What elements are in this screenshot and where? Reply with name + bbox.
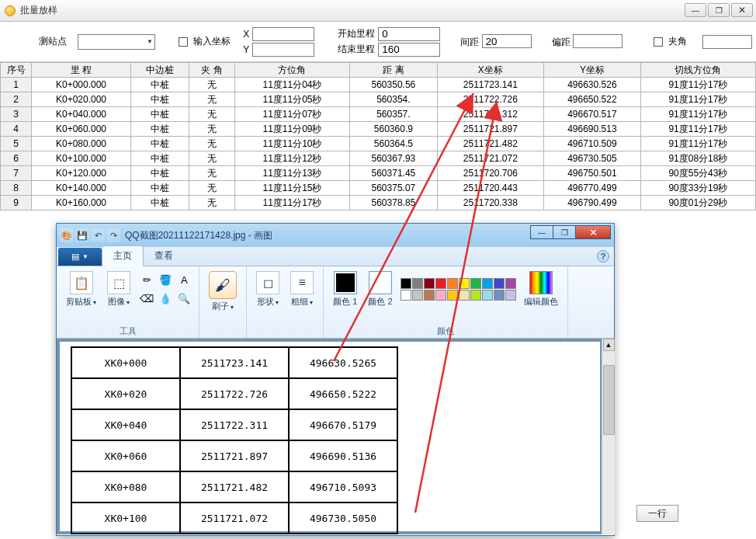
thickness-button[interactable]: ≡ 粗细 (287, 270, 317, 309)
cell: 2511722.312 (437, 107, 543, 122)
color-swatch[interactable] (435, 290, 446, 301)
color-swatch[interactable] (447, 290, 458, 301)
color-swatch[interactable] (401, 278, 411, 289)
cell: 90度55分43秒 (640, 166, 755, 181)
station-dropdown[interactable] (78, 34, 155, 50)
undo-icon[interactable]: ↶ (91, 228, 105, 242)
table-row[interactable]: 8K0+140.000中桩无11度11分15秒560375.072511720.… (1, 181, 756, 196)
column-header[interactable]: Y坐标 (543, 63, 640, 78)
scroll-thumb[interactable] (603, 365, 615, 435)
inner-image-table: XK0+0002511723.141496630.5265XK0+0202511… (71, 346, 398, 534)
cell: 中桩 (130, 107, 189, 122)
paint-maximize-button[interactable]: ❐ (553, 225, 576, 239)
cell: 中桩 (130, 122, 189, 137)
pencil-icon[interactable]: ✏ (138, 272, 155, 289)
scroll-up-icon[interactable]: ▲ (603, 339, 615, 351)
color-swatch[interactable] (424, 290, 435, 301)
column-header[interactable]: 里 程 (32, 63, 131, 78)
spacing-input[interactable] (482, 34, 532, 48)
table-row[interactable]: 7K0+120.000中桩无11度11分13秒560371.452511720.… (1, 166, 756, 181)
color-swatch[interactable] (447, 278, 458, 289)
column-header[interactable]: 切线方位角 (640, 63, 755, 78)
clipboard-button[interactable]: 📋 剪贴板 (63, 270, 99, 309)
paint-minimize-button[interactable]: — (530, 225, 553, 239)
table-row[interactable]: 2K0+020.000中桩无11度11分05秒560354.2511722.72… (1, 92, 756, 107)
cell: 560360.9 (350, 122, 438, 137)
color-swatch[interactable] (424, 278, 435, 289)
color-swatch[interactable] (505, 290, 516, 301)
y-input[interactable] (252, 43, 314, 57)
color-swatch[interactable] (470, 278, 481, 289)
color-swatch[interactable] (459, 290, 470, 301)
text-icon[interactable]: A (175, 272, 192, 289)
input-coord-checkbox[interactable] (179, 37, 188, 47)
cell: 4 (1, 122, 32, 137)
paint-canvas-area: XK0+0002511723.141496630.5265XK0+0202511… (57, 339, 614, 534)
table-row[interactable]: 3K0+040.000中桩无11度11分07秒560357.2511722.31… (1, 107, 756, 122)
include-angle-input[interactable] (702, 35, 752, 49)
color-swatch[interactable] (482, 278, 493, 289)
cell: 无 (189, 78, 234, 92)
color-swatch[interactable] (412, 290, 423, 301)
shapes-button[interactable]: ◻ 形状 (253, 270, 283, 309)
end-mileage-input[interactable] (378, 43, 440, 57)
column-header[interactable]: 夹 角 (189, 63, 234, 78)
table-row[interactable]: 4K0+060.000中桩无11度11分09秒560360.92511721.8… (1, 122, 756, 137)
canvas[interactable]: XK0+0002511723.141496630.5265XK0+0202511… (60, 342, 600, 531)
cell: 无 (189, 137, 234, 151)
column-header[interactable]: 距 离 (350, 63, 438, 78)
color-swatch[interactable] (470, 290, 481, 301)
paint-close-button[interactable]: ✕ (575, 225, 611, 239)
zoom-icon[interactable]: 🔍 (175, 290, 192, 308)
color-swatch[interactable] (459, 278, 470, 289)
table-row[interactable]: 1K0+000.000中桩无11度11分04秒560350.562511723.… (1, 78, 756, 92)
x-input[interactable] (252, 27, 314, 41)
color2-button[interactable]: 颜色 2 (365, 270, 395, 309)
image-button[interactable]: ⬚ 图像 (104, 270, 134, 309)
cell: 496710.509 (543, 137, 640, 151)
fill-icon[interactable]: 🪣 (157, 272, 174, 289)
window-buttons: — ❐ ✕ (685, 3, 753, 17)
cell: 中桩 (130, 196, 189, 210)
color-swatch[interactable] (505, 278, 516, 289)
color-swatch[interactable] (494, 290, 505, 301)
table-row[interactable]: 6K0+100.000中桩无11度11分12秒560367.932511721.… (1, 151, 756, 166)
picker-icon[interactable]: 💧 (157, 290, 174, 308)
minimize-button[interactable]: — (685, 3, 706, 17)
table-row[interactable]: 5K0+080.000中桩无11度11分10秒560364.52511721.4… (1, 137, 756, 151)
help-icon[interactable]: ? (597, 250, 609, 263)
color-swatch[interactable] (482, 290, 493, 301)
offset-input[interactable] (573, 34, 622, 48)
cell: 2511720.443 (437, 181, 543, 196)
column-header[interactable]: 序号 (1, 63, 32, 78)
edit-colors-button[interactable]: 编辑颜色 (521, 270, 561, 309)
paint-vertical-scrollbar[interactable]: ▲ (602, 339, 615, 534)
column-header[interactable]: 中边桩 (130, 63, 189, 78)
close-button[interactable]: ✕ (731, 3, 753, 17)
color1-button[interactable]: 颜色 1 (330, 270, 360, 309)
cell: 2 (1, 92, 32, 107)
column-header[interactable]: 方位角 (234, 63, 349, 78)
color-swatch[interactable] (494, 278, 505, 289)
file-menu[interactable]: ▤ (58, 248, 102, 266)
tab-view[interactable]: 查看 (144, 246, 184, 266)
brush-button[interactable]: 🖌 刷子 (206, 270, 240, 314)
cell: 91度11分17秒 (640, 122, 755, 137)
paint-window: 🎨 💾 ↶ ↷ QQ截图20211122171428.jpg - 画图 — ❐ … (56, 223, 615, 536)
redo-icon[interactable]: ↷ (106, 228, 120, 242)
color-swatch[interactable] (401, 290, 411, 301)
one-row-button[interactable]: 一行 (636, 505, 678, 522)
table-row[interactable]: 9K0+160.000中桩无11度11分17秒560378.852511720.… (1, 196, 756, 210)
tab-home[interactable]: 主页 (102, 245, 144, 266)
include-angle-checkbox[interactable] (654, 37, 663, 47)
color-swatch[interactable] (412, 278, 423, 289)
eraser-icon[interactable]: ⌫ (138, 290, 155, 308)
color-swatch[interactable] (435, 278, 446, 289)
save-icon[interactable]: 💾 (75, 228, 89, 242)
cell: 11度11分09秒 (234, 122, 349, 137)
start-mileage-input[interactable] (378, 27, 440, 41)
maximize-button[interactable]: ❐ (708, 3, 730, 17)
column-header[interactable]: X坐标 (437, 63, 543, 78)
cell: 560375.07 (350, 181, 438, 196)
station-label: 测站点 (39, 35, 67, 48)
